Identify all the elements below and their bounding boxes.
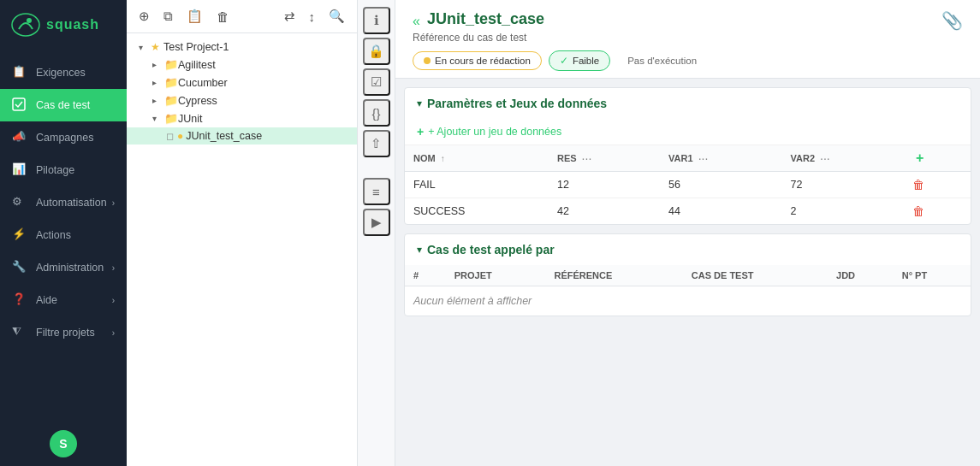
- tree-label-junit: JUnit: [178, 113, 202, 125]
- page-title: JUnit_test_case: [427, 10, 544, 28]
- tree-node-cucumber[interactable]: ▸ 📁 Cucumber: [127, 74, 357, 91]
- administration-icon: 🔧: [12, 260, 27, 275]
- col-var1: VAR1 ···: [660, 145, 781, 172]
- cas-de-test-icon: [12, 97, 27, 113]
- cas-appele-section: ▾ Cas de test appelé par # PROJET RÉFÉRE…: [404, 233, 971, 316]
- table-row: FAIL 12 56 72 🗑: [405, 172, 971, 198]
- sidebar-item-exigences[interactable]: 📋 Exigences: [0, 56, 127, 89]
- braces-icon-btn[interactable]: {}: [363, 99, 390, 127]
- tree-toggle-root[interactable]: ▾: [139, 43, 151, 52]
- col-jdd: JDD: [828, 265, 894, 286]
- sidebar-label-administration: Administration: [36, 262, 104, 274]
- main-content: « JUnit_test_case Référence du cas de te…: [395, 0, 980, 466]
- sidebar-item-automatisation[interactable]: ⚙ Automatisation ›: [0, 186, 127, 219]
- collapse-button[interactable]: «: [413, 14, 420, 29]
- sidebar-label-pilotage: Pilotage: [36, 164, 74, 176]
- lock-icon-btn[interactable]: 🔒: [363, 38, 390, 65]
- parameters-table: NOM ↑ RES ··· VAR1 ···: [405, 145, 971, 224]
- col-var2: VAR2 ···: [782, 145, 904, 172]
- tree-node-cypress[interactable]: ▸ 📁 Cypress: [127, 91, 357, 109]
- sidebar-item-cas-de-test[interactable]: Cas de test: [0, 89, 127, 121]
- section-toggle-cas-appele: ▾: [417, 244, 422, 256]
- tree-filter2-button[interactable]: ↕: [306, 8, 319, 26]
- col-no-pt: N° PT: [894, 265, 971, 286]
- tree-toggle-junit[interactable]: ▾: [152, 114, 164, 123]
- header-left: « JUnit_test_case Référence du cas de te…: [413, 10, 707, 71]
- chevron-right-icon-aide: ›: [112, 296, 115, 305]
- empty-message: Aucun élément à afficher: [405, 286, 971, 316]
- play-icon-btn[interactable]: ▶: [363, 209, 390, 236]
- paperclip-icon[interactable]: 📎: [941, 10, 963, 31]
- sidebar-label-actions: Actions: [36, 229, 71, 241]
- cell-res-fail: 12: [549, 172, 660, 198]
- col-cas-de-test: CAS DE TEST: [683, 265, 828, 286]
- level-badge[interactable]: ✓ Faible: [549, 50, 610, 71]
- tree-toggle-agilitest[interactable]: ▸: [152, 60, 164, 69]
- chevron-right-icon-admin: ›: [112, 263, 115, 273]
- add-dataset-button[interactable]: + + Ajouter un jeu de données: [405, 119, 971, 145]
- sidebar-item-campagnes[interactable]: 📣 Campagnes: [0, 121, 127, 154]
- tree-label-agilitest: Agilitest: [178, 59, 216, 71]
- tree-toolbar: ⊕ ⧉ 📋 🗑 ⇄ ↕ 🔍: [127, 0, 357, 33]
- var1-menu-button[interactable]: ···: [697, 151, 710, 165]
- status-badge[interactable]: En cours de rédaction: [413, 51, 542, 70]
- tree-copy-button[interactable]: 📋: [183, 7, 206, 26]
- logo[interactable]: squash: [0, 0, 127, 50]
- main-header: « JUnit_test_case Référence du cas de te…: [395, 0, 980, 79]
- folder-icon-cucumber: 📁: [164, 76, 178, 89]
- status-dot-junit-test-case: ●: [177, 130, 183, 142]
- res-menu-button[interactable]: ···: [580, 151, 594, 165]
- tree-node-junit[interactable]: ▾ 📁 JUnit: [127, 109, 357, 127]
- tree-node-agilitest[interactable]: ▸ 📁 Agilitest: [127, 56, 357, 74]
- sidebar-label-filtre: Filtre projets: [36, 327, 95, 339]
- tree-toggle-cypress[interactable]: ▸: [152, 96, 164, 105]
- col-num: #: [405, 265, 446, 286]
- share-icon-btn[interactable]: ⇧: [363, 130, 390, 157]
- cas-appele-title: Cas de test appelé par: [427, 243, 555, 257]
- tree-duplicate-button[interactable]: ⧉: [160, 7, 176, 26]
- sidebar-label-automatisation: Automatisation: [36, 197, 107, 209]
- sidebar-item-administration[interactable]: 🔧 Administration ›: [0, 251, 127, 284]
- tree-delete-button[interactable]: 🗑: [213, 8, 233, 26]
- tree-toggle-cucumber[interactable]: ▸: [152, 78, 164, 87]
- cas-appele-content: # PROJET RÉFÉRENCE CAS DE TEST JDD N° PT…: [405, 265, 971, 316]
- header-badges: En cours de rédaction ✓ Faible Pas d'exé…: [413, 50, 707, 71]
- tree-node-junit-test-case[interactable]: ◻ ● JUnit_test_case: [127, 127, 357, 145]
- campagnes-icon: 📣: [12, 130, 27, 145]
- cell-var1-success: 44: [660, 198, 781, 225]
- aide-icon: ❓: [12, 292, 27, 308]
- cell-del-success: 🗑: [904, 198, 971, 225]
- sidebar-item-actions[interactable]: ⚡ Actions: [0, 219, 127, 251]
- table-header-row: NOM ↑ RES ··· VAR1 ···: [405, 145, 971, 172]
- add-column-button[interactable]: +: [912, 150, 927, 166]
- col-projet: PROJET: [446, 265, 546, 286]
- tree-search-button[interactable]: 🔍: [325, 7, 348, 26]
- tree-filter1-button[interactable]: ⇄: [281, 7, 299, 26]
- cell-nom-fail: FAIL: [405, 172, 549, 198]
- logo-text: squash: [46, 17, 99, 32]
- sidebar-label-exigences: Exigences: [36, 67, 86, 79]
- tree-root[interactable]: ▾ ★ Test Project-1: [127, 38, 357, 56]
- delete-row1-button[interactable]: 🗑: [912, 178, 924, 192]
- status-label: En cours de rédaction: [435, 56, 531, 66]
- sidebar-item-filtre-projets[interactable]: ⧨ Filtre projets ›: [0, 316, 127, 349]
- delete-row2-button[interactable]: 🗑: [912, 204, 924, 218]
- parametres-section-header[interactable]: ▾ Paramètres et Jeux de données: [405, 88, 971, 119]
- exigences-icon: 📋: [12, 65, 27, 80]
- col-add: +: [904, 145, 971, 172]
- tree-add-button[interactable]: ⊕: [135, 7, 153, 26]
- plus-icon: +: [417, 125, 424, 139]
- cell-nom-success: SUCCESS: [405, 198, 549, 225]
- star-icon: ★: [151, 41, 160, 53]
- info-icon-btn[interactable]: ℹ: [363, 7, 390, 34]
- add-dataset-label: + Ajouter un jeu de données: [428, 126, 561, 138]
- chevron-right-icon-filtre: ›: [112, 328, 115, 338]
- sidebar-item-pilotage[interactable]: 📊 Pilotage: [0, 154, 127, 186]
- check-icon-btn[interactable]: ☑: [363, 68, 390, 96]
- sidebar-item-aide[interactable]: ❓ Aide ›: [0, 284, 127, 316]
- var2-menu-button[interactable]: ···: [818, 151, 832, 165]
- list-icon-btn[interactable]: ≡: [363, 178, 390, 205]
- table-row: SUCCESS 42 44 2 🗑: [405, 198, 971, 225]
- cas-appele-section-header[interactable]: ▾ Cas de test appelé par: [405, 234, 971, 265]
- user-avatar[interactable]: S: [50, 430, 77, 457]
